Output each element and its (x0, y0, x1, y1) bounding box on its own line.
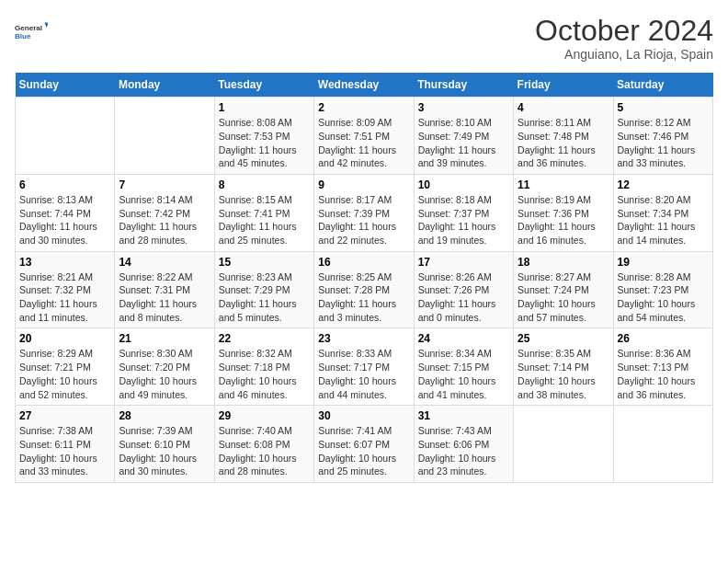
day-number: 19 (618, 256, 709, 269)
day-number: 29 (219, 409, 310, 422)
calendar-cell: 6Sunrise: 8:13 AMSunset: 7:44 PMDaylight… (16, 174, 115, 251)
day-number: 14 (119, 256, 210, 269)
day-info: Sunrise: 7:43 AMSunset: 6:06 PMDaylight:… (418, 424, 509, 478)
weekday-header: Friday (514, 73, 613, 98)
day-info: Sunrise: 7:41 AMSunset: 6:07 PMDaylight:… (318, 424, 409, 478)
day-info: Sunrise: 8:13 AMSunset: 7:44 PMDaylight:… (19, 193, 110, 247)
day-number: 21 (119, 332, 210, 345)
day-number: 10 (418, 178, 509, 191)
day-number: 20 (19, 332, 110, 345)
calendar-cell: 31Sunrise: 7:43 AMSunset: 6:06 PMDayligh… (414, 406, 513, 483)
day-number: 26 (618, 332, 709, 345)
calendar-cell: 1Sunrise: 8:08 AMSunset: 7:53 PMDaylight… (214, 98, 313, 175)
calendar-cell: 29Sunrise: 7:40 AMSunset: 6:08 PMDayligh… (214, 406, 313, 483)
day-info: Sunrise: 8:30 AMSunset: 7:20 PMDaylight:… (119, 347, 210, 401)
weekday-header: Wednesday (314, 73, 414, 98)
calendar-cell: 21Sunrise: 8:30 AMSunset: 7:20 PMDayligh… (115, 328, 214, 406)
calendar-cell: 22Sunrise: 8:32 AMSunset: 7:18 PMDayligh… (214, 328, 313, 406)
calendar-week-row: 20Sunrise: 8:29 AMSunset: 7:21 PMDayligh… (16, 328, 713, 406)
calendar-cell: 10Sunrise: 8:18 AMSunset: 7:37 PMDayligh… (414, 174, 513, 251)
day-number: 25 (518, 332, 609, 345)
day-number: 22 (219, 332, 310, 345)
day-number: 6 (19, 178, 110, 191)
day-info: Sunrise: 8:23 AMSunset: 7:29 PMDaylight:… (219, 270, 310, 325)
calendar-cell: 20Sunrise: 8:29 AMSunset: 7:21 PMDayligh… (16, 328, 115, 406)
day-number: 16 (318, 256, 409, 269)
calendar-week-row: 27Sunrise: 7:38 AMSunset: 6:11 PMDayligh… (16, 406, 713, 483)
day-info: Sunrise: 7:40 AMSunset: 6:08 PMDaylight:… (219, 424, 310, 478)
day-info: Sunrise: 8:20 AMSunset: 7:34 PMDaylight:… (618, 193, 709, 247)
location-subtitle: Anguiano, La Rioja, Spain (535, 47, 713, 62)
svg-marker-2 (44, 23, 48, 28)
day-number: 1 (219, 101, 310, 114)
month-title: October 2024 (535, 15, 713, 47)
svg-text:General: General (15, 24, 42, 32)
calendar-cell: 7Sunrise: 8:14 AMSunset: 7:42 PMDaylight… (115, 174, 214, 251)
day-info: Sunrise: 8:11 AMSunset: 7:48 PMDaylight:… (518, 116, 609, 170)
day-number: 8 (219, 178, 310, 191)
calendar-cell: 3Sunrise: 8:10 AMSunset: 7:49 PMDaylight… (414, 98, 513, 175)
day-info: Sunrise: 8:21 AMSunset: 7:32 PMDaylight:… (19, 270, 110, 325)
weekday-header: Monday (115, 73, 214, 98)
calendar-cell: 2Sunrise: 8:09 AMSunset: 7:51 PMDaylight… (314, 98, 414, 175)
day-info: Sunrise: 8:14 AMSunset: 7:42 PMDaylight:… (119, 193, 210, 247)
day-info: Sunrise: 8:36 AMSunset: 7:13 PMDaylight:… (618, 347, 709, 401)
day-info: Sunrise: 8:29 AMSunset: 7:21 PMDaylight:… (19, 347, 110, 401)
day-number: 5 (618, 101, 709, 114)
day-info: Sunrise: 8:25 AMSunset: 7:28 PMDaylight:… (318, 270, 409, 325)
day-number: 27 (19, 409, 110, 422)
day-number: 2 (318, 101, 409, 114)
day-number: 12 (618, 178, 709, 191)
calendar-cell: 16Sunrise: 8:25 AMSunset: 7:28 PMDayligh… (314, 251, 414, 328)
day-info: Sunrise: 7:39 AMSunset: 6:10 PMDaylight:… (119, 424, 210, 478)
day-info: Sunrise: 8:08 AMSunset: 7:53 PMDaylight:… (219, 116, 310, 170)
day-info: Sunrise: 8:10 AMSunset: 7:49 PMDaylight:… (418, 116, 509, 170)
calendar-cell: 27Sunrise: 7:38 AMSunset: 6:11 PMDayligh… (16, 406, 115, 483)
calendar-cell: 25Sunrise: 8:35 AMSunset: 7:14 PMDayligh… (514, 328, 613, 406)
calendar-cell: 18Sunrise: 8:27 AMSunset: 7:24 PMDayligh… (514, 251, 613, 328)
weekday-header: Saturday (613, 73, 712, 98)
day-number: 24 (418, 332, 509, 345)
day-number: 3 (418, 101, 509, 114)
day-info: Sunrise: 8:33 AMSunset: 7:17 PMDaylight:… (318, 347, 409, 401)
svg-text:Blue: Blue (15, 32, 31, 40)
calendar-cell (514, 406, 613, 483)
calendar-cell: 14Sunrise: 8:22 AMSunset: 7:31 PMDayligh… (115, 251, 214, 328)
calendar-week-row: 1Sunrise: 8:08 AMSunset: 7:53 PMDaylight… (16, 98, 713, 175)
calendar-cell: 11Sunrise: 8:19 AMSunset: 7:36 PMDayligh… (514, 174, 613, 251)
day-number: 4 (518, 101, 609, 114)
weekday-header: Tuesday (214, 73, 313, 98)
day-info: Sunrise: 8:32 AMSunset: 7:18 PMDaylight:… (219, 347, 310, 401)
calendar-cell: 15Sunrise: 8:23 AMSunset: 7:29 PMDayligh… (214, 251, 313, 328)
calendar-cell: 28Sunrise: 7:39 AMSunset: 6:10 PMDayligh… (115, 406, 214, 483)
day-info: Sunrise: 8:15 AMSunset: 7:41 PMDaylight:… (219, 193, 310, 247)
day-number: 23 (318, 332, 409, 345)
day-number: 11 (518, 178, 609, 191)
calendar-cell (613, 406, 712, 483)
calendar-table: SundayMondayTuesdayWednesdayThursdayFrid… (15, 73, 713, 483)
calendar-week-row: 6Sunrise: 8:13 AMSunset: 7:44 PMDaylight… (16, 174, 713, 251)
day-info: Sunrise: 8:34 AMSunset: 7:15 PMDaylight:… (418, 347, 509, 401)
calendar-cell: 23Sunrise: 8:33 AMSunset: 7:17 PMDayligh… (314, 328, 414, 406)
logo: General Blue (15, 15, 48, 48)
weekday-header: Sunday (16, 73, 115, 98)
calendar-cell: 30Sunrise: 7:41 AMSunset: 6:07 PMDayligh… (314, 406, 414, 483)
calendar-cell (115, 98, 214, 175)
day-info: Sunrise: 8:17 AMSunset: 7:39 PMDaylight:… (318, 193, 409, 247)
day-info: Sunrise: 8:22 AMSunset: 7:31 PMDaylight:… (119, 270, 210, 325)
calendar-week-row: 13Sunrise: 8:21 AMSunset: 7:32 PMDayligh… (16, 251, 713, 328)
calendar-cell: 19Sunrise: 8:28 AMSunset: 7:23 PMDayligh… (613, 251, 712, 328)
day-number: 30 (318, 409, 409, 422)
day-number: 18 (518, 256, 609, 269)
calendar-cell: 26Sunrise: 8:36 AMSunset: 7:13 PMDayligh… (613, 328, 712, 406)
day-info: Sunrise: 7:38 AMSunset: 6:11 PMDaylight:… (19, 424, 110, 478)
calendar-cell: 13Sunrise: 8:21 AMSunset: 7:32 PMDayligh… (16, 251, 115, 328)
day-number: 7 (119, 178, 210, 191)
day-number: 13 (19, 256, 110, 269)
day-number: 17 (418, 256, 509, 269)
day-number: 28 (119, 409, 210, 422)
weekday-header: Thursday (414, 73, 513, 98)
day-info: Sunrise: 8:19 AMSunset: 7:36 PMDaylight:… (518, 193, 609, 247)
calendar-cell: 8Sunrise: 8:15 AMSunset: 7:41 PMDaylight… (214, 174, 313, 251)
calendar-cell: 4Sunrise: 8:11 AMSunset: 7:48 PMDaylight… (514, 98, 613, 175)
